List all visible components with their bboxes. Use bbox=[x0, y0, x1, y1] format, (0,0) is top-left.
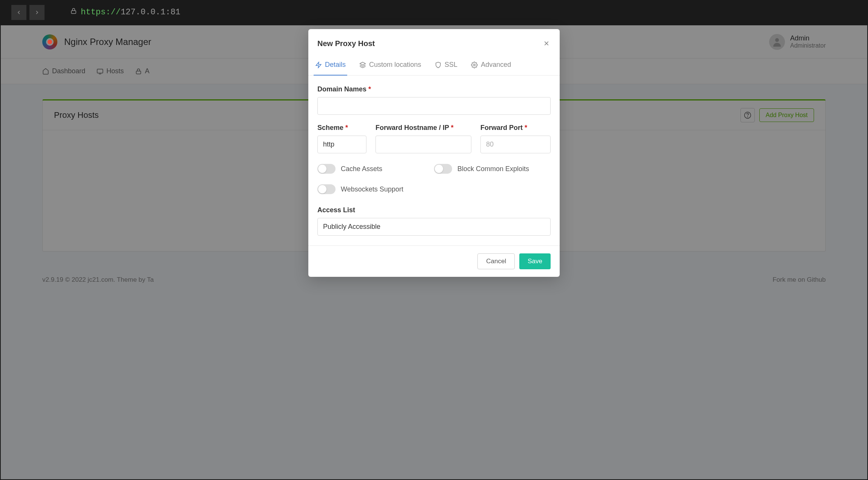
forward-port-label: Forward Port * bbox=[480, 124, 551, 132]
required-marker: * bbox=[368, 85, 371, 93]
modal-tabs: Details Custom locations SSL Advanced bbox=[308, 56, 560, 76]
tab-details[interactable]: Details bbox=[314, 56, 347, 76]
websockets-group: Websockets Support bbox=[317, 184, 551, 194]
required-marker: * bbox=[345, 124, 348, 131]
cancel-button[interactable]: Cancel bbox=[477, 253, 515, 269]
block-exploits-group: Block Common Exploits bbox=[434, 164, 551, 174]
gear-icon bbox=[471, 62, 478, 68]
websockets-label: Websockets Support bbox=[341, 185, 403, 193]
forward-host-label: Forward Hostname / IP * bbox=[376, 124, 471, 132]
tab-custom-locations[interactable]: Custom locations bbox=[358, 56, 423, 76]
tab-ssl-label: SSL bbox=[445, 61, 457, 69]
browser-back-button[interactable] bbox=[11, 5, 26, 20]
domain-names-label: Domain Names * bbox=[317, 85, 551, 93]
domain-names-input[interactable] bbox=[317, 97, 551, 115]
required-marker: * bbox=[451, 124, 454, 131]
modal-body: Domain Names * Scheme * Forward Hostname… bbox=[308, 76, 560, 245]
browser-chrome: https://127.0.0.1:81 bbox=[0, 0, 868, 25]
browser-forward-button[interactable] bbox=[29, 5, 45, 20]
svg-point-9 bbox=[474, 64, 476, 66]
svg-marker-7 bbox=[316, 62, 321, 68]
lock-icon bbox=[70, 8, 77, 17]
url-scheme: https:// bbox=[81, 8, 121, 17]
cache-assets-toggle[interactable] bbox=[317, 164, 336, 174]
access-list-label: Access List bbox=[317, 206, 551, 214]
save-button[interactable]: Save bbox=[519, 253, 551, 269]
cache-assets-label: Cache Assets bbox=[341, 165, 382, 173]
svg-marker-8 bbox=[360, 62, 366, 65]
block-exploits-label: Block Common Exploits bbox=[457, 165, 529, 173]
tab-details-label: Details bbox=[325, 61, 346, 69]
svg-rect-0 bbox=[71, 11, 76, 14]
scheme-select[interactable] bbox=[317, 136, 366, 153]
modal-title: New Proxy Host bbox=[317, 39, 375, 48]
shield-icon bbox=[435, 62, 442, 68]
url-bar[interactable]: https://127.0.0.1:81 bbox=[70, 8, 180, 17]
tab-advanced[interactable]: Advanced bbox=[469, 56, 512, 76]
forward-host-input[interactable] bbox=[376, 136, 471, 153]
close-icon[interactable]: × bbox=[542, 37, 551, 49]
layers-icon bbox=[359, 62, 366, 68]
access-list-select[interactable] bbox=[317, 218, 551, 236]
tab-ssl[interactable]: SSL bbox=[433, 56, 459, 76]
forward-host-group: Forward Hostname / IP * bbox=[376, 124, 471, 153]
modal-header: New Proxy Host × bbox=[308, 29, 560, 56]
tab-advanced-label: Advanced bbox=[481, 61, 511, 69]
access-list-group: Access List bbox=[317, 206, 551, 236]
domain-names-group: Domain Names * bbox=[317, 85, 551, 115]
modal-footer: Cancel Save bbox=[308, 245, 560, 277]
forward-port-group: Forward Port * bbox=[480, 124, 551, 153]
app-container: Nginx Proxy Manager Admin Administrator … bbox=[0, 25, 868, 480]
forward-port-input[interactable] bbox=[480, 136, 551, 153]
cache-assets-group: Cache Assets bbox=[317, 164, 434, 174]
scheme-group: Scheme * bbox=[317, 124, 366, 153]
zap-icon bbox=[315, 62, 322, 68]
tab-custom-label: Custom locations bbox=[369, 61, 421, 69]
scheme-label: Scheme * bbox=[317, 124, 366, 132]
required-marker: * bbox=[525, 124, 527, 131]
new-proxy-host-modal: New Proxy Host × Details Custom location… bbox=[308, 29, 560, 277]
url-host: 127.0.0.1:81 bbox=[121, 8, 180, 17]
block-exploits-toggle[interactable] bbox=[434, 164, 452, 174]
websockets-toggle[interactable] bbox=[317, 184, 336, 194]
